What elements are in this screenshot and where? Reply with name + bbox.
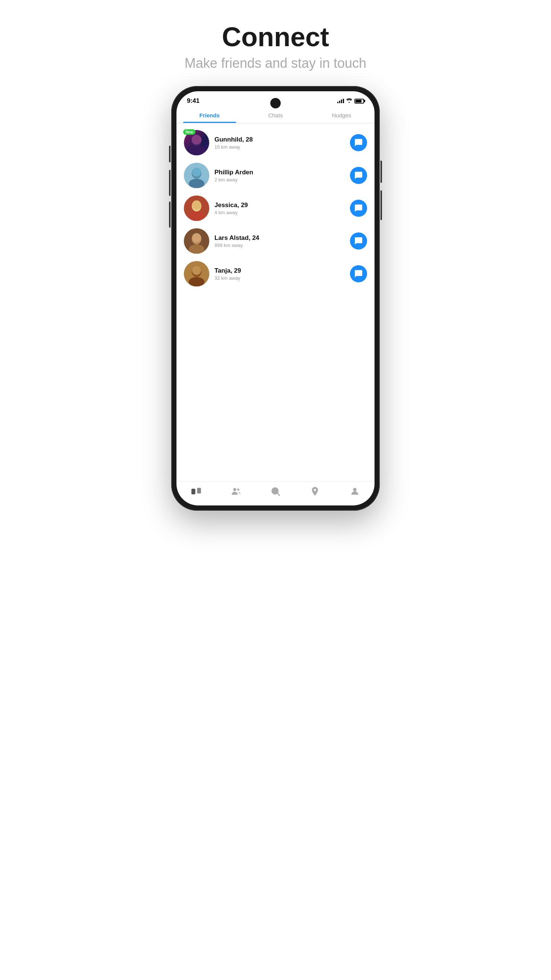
avatar bbox=[184, 196, 209, 221]
avatar-wrap bbox=[184, 228, 209, 254]
phone-btn-bixby bbox=[381, 190, 382, 220]
svg-point-6 bbox=[192, 168, 201, 177]
bottom-nav-friends[interactable] bbox=[231, 486, 241, 496]
friend-distance: 2 km away bbox=[214, 177, 345, 183]
list-item: Lars Alstad, 24 899 km away bbox=[176, 224, 375, 258]
friend-info: Phillip Arden 2 km away bbox=[214, 169, 345, 183]
phone-btn-volume-down bbox=[169, 170, 170, 196]
bottom-nav-location[interactable] bbox=[310, 486, 320, 496]
svg-point-10 bbox=[192, 200, 201, 209]
avatar bbox=[184, 163, 209, 188]
friend-distance: 899 km away bbox=[214, 242, 345, 248]
svg-point-5 bbox=[189, 179, 205, 188]
tab-chats[interactable]: Chats bbox=[242, 108, 308, 123]
phone-btn-volume-up bbox=[169, 146, 170, 162]
avatar bbox=[184, 261, 209, 286]
phone-frame: 9:41 bbox=[171, 86, 380, 511]
battery-icon bbox=[354, 99, 364, 103]
tab-nudges[interactable]: Nudges bbox=[309, 108, 375, 123]
friend-info: Gunnhild, 28 15 km away bbox=[214, 136, 345, 150]
list-item: Jessica, 29 4 km away bbox=[176, 192, 375, 224]
svg-point-25 bbox=[353, 488, 356, 491]
friend-info: Lars Alstad, 24 899 km away bbox=[214, 234, 345, 248]
page-title: Connect bbox=[185, 22, 366, 52]
svg-point-9 bbox=[189, 212, 205, 221]
status-time: 9:41 bbox=[187, 97, 200, 105]
avatar-wrap bbox=[184, 261, 209, 286]
wifi-icon bbox=[346, 98, 352, 104]
svg-rect-20 bbox=[197, 488, 202, 493]
bottom-nav-profile[interactable] bbox=[349, 486, 360, 496]
svg-point-1 bbox=[188, 145, 205, 155]
svg-point-18 bbox=[192, 266, 201, 275]
friend-info: Tanja, 29 32 km away bbox=[214, 267, 345, 281]
chat-button[interactable] bbox=[350, 265, 367, 282]
svg-line-24 bbox=[277, 493, 279, 495]
page-header: Connect Make friends and stay in touch bbox=[185, 22, 366, 71]
svg-point-13 bbox=[189, 244, 205, 254]
svg-point-14 bbox=[192, 233, 201, 242]
friend-distance: 15 km away bbox=[214, 144, 345, 150]
nav-tabs: Friends Chats Nudges bbox=[176, 108, 375, 123]
chat-button[interactable] bbox=[350, 232, 367, 250]
list-item: Phillip Arden 2 km away bbox=[176, 159, 375, 192]
new-badge: New bbox=[183, 129, 195, 135]
svg-point-2 bbox=[192, 135, 202, 145]
svg-point-22 bbox=[237, 489, 239, 491]
svg-point-17 bbox=[189, 277, 205, 286]
friend-info: Jessica, 29 4 km away bbox=[214, 202, 345, 215]
page-subtitle: Make friends and stay in touch bbox=[185, 56, 366, 71]
list-item: New Gunnhild, 28 15 km away bbox=[176, 126, 375, 159]
friend-distance: 32 km away bbox=[214, 275, 345, 281]
avatar-wrap bbox=[184, 196, 209, 221]
friend-name: Tanja, 29 bbox=[214, 267, 345, 275]
svg-point-23 bbox=[272, 488, 278, 494]
friend-name: Jessica, 29 bbox=[214, 202, 345, 209]
bottom-nav-search[interactable] bbox=[270, 486, 281, 496]
status-icons bbox=[337, 98, 364, 104]
tab-friends[interactable]: Friends bbox=[176, 108, 242, 123]
phone-camera bbox=[270, 98, 281, 108]
bottom-nav-cards[interactable] bbox=[191, 486, 202, 496]
avatar-wrap: New bbox=[184, 130, 209, 155]
chat-button[interactable] bbox=[350, 134, 367, 151]
avatar-wrap bbox=[184, 163, 209, 188]
bottom-nav bbox=[176, 481, 375, 506]
phone-btn-power bbox=[381, 161, 382, 183]
list-item: Tanja, 29 32 km away bbox=[176, 258, 375, 290]
friend-name: Gunnhild, 28 bbox=[214, 136, 345, 143]
svg-rect-19 bbox=[191, 489, 195, 494]
svg-point-21 bbox=[233, 488, 236, 491]
friends-list: New Gunnhild, 28 15 km away bbox=[176, 123, 375, 481]
chat-button[interactable] bbox=[350, 167, 367, 184]
phone-screen: 9:41 bbox=[176, 91, 375, 506]
avatar bbox=[184, 228, 209, 254]
friend-distance: 4 km away bbox=[214, 210, 345, 215]
phone-btn-mute bbox=[169, 202, 170, 228]
chat-button[interactable] bbox=[350, 200, 367, 217]
friend-name: Lars Alstad, 24 bbox=[214, 234, 345, 242]
signal-icon bbox=[337, 99, 344, 103]
friend-name: Phillip Arden bbox=[214, 169, 345, 176]
